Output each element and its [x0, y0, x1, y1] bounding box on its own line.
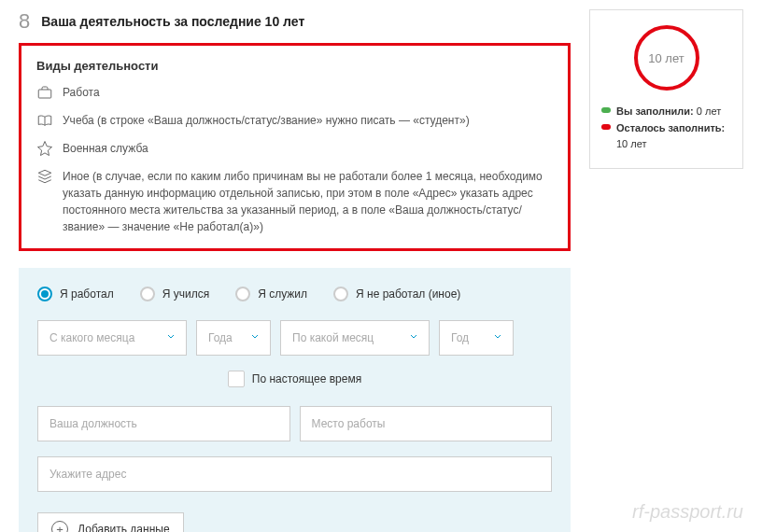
- progress-legend: Вы заполнили: 0 лет Осталось заполнить: …: [601, 104, 731, 153]
- present-checkbox[interactable]: [228, 371, 245, 387]
- progress-circle: 10 лет: [634, 25, 699, 91]
- book-icon: [36, 112, 53, 129]
- position-field[interactable]: [37, 406, 290, 441]
- chevron-down-icon: [249, 331, 261, 345]
- add-data-button[interactable]: + Добавить данные: [37, 512, 184, 532]
- info-item-military: Военная служба: [36, 140, 553, 157]
- from-month-select[interactable]: С какого месяца: [37, 320, 187, 356]
- select-placeholder: С какого месяца: [49, 331, 134, 344]
- address-input[interactable]: [49, 468, 540, 481]
- legend-filled: Вы заполнили: 0 лет: [601, 104, 731, 120]
- select-placeholder: Года: [208, 331, 233, 344]
- activity-types-info: Виды деятельности Работа Учеба (в строке…: [19, 43, 571, 251]
- activity-type-radios: Я работал Я учился Я служил Я не работал…: [37, 287, 552, 301]
- to-month-select[interactable]: По какой месяц: [280, 320, 430, 356]
- info-item-text: Военная служба: [63, 140, 148, 157]
- legend-remaining: Осталось заполнить: 10 лет: [601, 120, 731, 153]
- radio-indicator: [140, 287, 155, 301]
- section-header: 8 Ваша деятельность за последние 10 лет: [19, 9, 571, 34]
- radio-worked[interactable]: Я работал: [37, 287, 114, 301]
- present-checkbox-row: По настоящее время: [37, 371, 552, 387]
- chevron-down-icon: [165, 331, 176, 345]
- info-item-other: Иное (в случае, если по каким либо причи…: [36, 168, 553, 235]
- info-item-text: Иное (в случае, если по каким либо причи…: [63, 168, 553, 235]
- legend-dot-green: [601, 107, 611, 113]
- legend-dot-red: [601, 124, 611, 130]
- progress-circle-text: 10 лет: [648, 51, 684, 65]
- info-item-text: Работа: [63, 84, 100, 101]
- info-title: Виды деятельности: [36, 59, 553, 73]
- workplace-field[interactable]: [300, 406, 553, 441]
- workplace-input[interactable]: [312, 417, 541, 430]
- radio-not-worked[interactable]: Я не работал (иное): [333, 287, 460, 301]
- info-item-work: Работа: [36, 84, 553, 101]
- briefcase-icon: [36, 84, 53, 101]
- progress-card: 10 лет Вы заполнили: 0 лет Осталось запо…: [589, 9, 743, 169]
- star-icon: [36, 140, 53, 157]
- plus-icon: +: [51, 521, 68, 532]
- chevron-down-icon: [492, 331, 503, 345]
- radio-studied[interactable]: Я учился: [140, 287, 209, 301]
- select-placeholder: Год: [451, 331, 469, 344]
- add-button-label: Добавить данные: [78, 523, 170, 532]
- info-item-text: Учеба (в строке «Ваша должность/статус/з…: [63, 112, 470, 129]
- position-input[interactable]: [49, 417, 278, 430]
- checkbox-label: По настоящее время: [252, 372, 361, 385]
- layers-icon: [36, 168, 53, 185]
- address-field[interactable]: [37, 456, 552, 492]
- chevron-down-icon: [408, 331, 419, 345]
- section-number: 8: [19, 9, 30, 34]
- radio-label: Я учился: [162, 287, 209, 301]
- radio-served[interactable]: Я служил: [235, 287, 307, 301]
- date-range-row: С какого месяца Года По какой месяц Год: [37, 320, 552, 356]
- radio-indicator: [37, 287, 52, 301]
- svg-rect-0: [38, 90, 51, 98]
- select-placeholder: По какой месяц: [292, 331, 374, 344]
- section-title: Ваша деятельность за последние 10 лет: [41, 14, 304, 29]
- info-item-study: Учеба (в строке «Ваша должность/статус/з…: [36, 112, 553, 129]
- to-year-select[interactable]: Год: [439, 320, 514, 356]
- radio-label: Я работал: [60, 287, 114, 301]
- radio-label: Я служил: [258, 287, 307, 301]
- radio-indicator: [235, 287, 250, 301]
- activity-form: Я работал Я учился Я служил Я не работал…: [19, 268, 571, 532]
- address-row: [37, 456, 552, 492]
- position-workplace-row: [37, 406, 552, 441]
- from-year-select[interactable]: Года: [196, 320, 271, 356]
- radio-label: Я не работал (иное): [356, 287, 460, 301]
- radio-indicator: [333, 287, 348, 301]
